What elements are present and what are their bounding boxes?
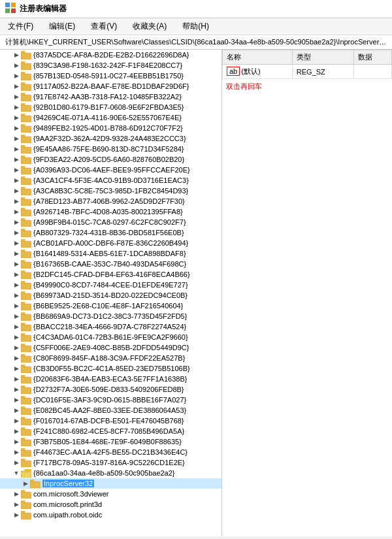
tree-toggle-icon[interactable]: ▶: [12, 291, 21, 300]
tree-toggle-icon[interactable]: ▶: [12, 259, 21, 269]
tree-toggle-icon[interactable]: ▶: [12, 280, 21, 289]
tree-toggle-icon[interactable]: ▶: [12, 343, 21, 352]
tree-toggle-icon[interactable]: ▶: [12, 186, 21, 195]
tree-item[interactable]: ▶ {A3CA1CF4-5F3E-4AC0-91B9-0D3716E1EAC3}: [0, 175, 221, 186]
tree-item[interactable]: ▶ {B49990C0-8CD7-7484-4CEE-D1EFDE49E727}: [0, 280, 221, 290]
tree-item[interactable]: ▶ {A0396A93-DC06-4AEF-BEE9-95FFCCAEF20E}: [0, 165, 221, 175]
tree-toggle-icon[interactable]: ▶: [12, 364, 21, 373]
tree-item[interactable]: ▶ {A3CA8B3C-5C8E-75C3-985D-1FB2C8454D93}: [0, 186, 221, 196]
tree-item[interactable]: ▶ {92B01D80-6179-B1F7-0608-9E6F2FBDA3E5}: [0, 102, 221, 112]
tree-item[interactable]: ▶ com.microsoft.3dviewer: [0, 489, 221, 499]
tree-toggle-icon[interactable]: ▶: [12, 71, 21, 80]
tree-item[interactable]: ▶ {837A5DCE-AF8A-B2DE-E2B2-D16622696D8A}: [0, 50, 221, 60]
tree-toggle-icon[interactable]: ▶: [12, 458, 21, 467]
tree-item[interactable]: ▶ {BB6869A9-DC73-D1C2-38C3-7735D45F2FD5}: [0, 311, 221, 321]
menu-file[interactable]: 文件(F): [5, 20, 36, 33]
tree-item[interactable]: ▶ InprocServer32: [0, 478, 221, 489]
tree-toggle-icon[interactable]: ▶: [12, 113, 21, 122]
tree-toggle-icon[interactable]: ▼: [12, 468, 21, 478]
menu-edit[interactable]: 编辑(E): [46, 20, 78, 33]
tree-toggle-icon[interactable]: ▶: [12, 218, 21, 227]
tree-toggle-icon[interactable]: ▶: [21, 479, 30, 488]
tree-item[interactable]: ▶ {839C3A98-F198-1632-242F-F1F84E208CC7}: [0, 60, 221, 71]
tree-item[interactable]: ▼ {86ca1aa0-34aa-4e8b-a509-50c905bae2a2}: [0, 468, 221, 478]
tree-item[interactable]: ▶ {F717BC78-09A5-3197-816A-9C5226CD1E2E}: [0, 457, 221, 468]
tree-toggle-icon[interactable]: ▶: [12, 395, 21, 404]
tree-item[interactable]: ▶ {C80F8699-845F-A188-3C9A-FFDF22EA527B}: [0, 353, 221, 363]
tree-item[interactable]: ▶ {F44673EC-AA1A-42F5-BE55-DC21B3436E4C}: [0, 447, 221, 457]
tree-item[interactable]: ▶ {B1641489-5314-AEB5-61E7-1DCA898BDAF8}: [0, 248, 221, 259]
tree-item[interactable]: ▶ {B69973AD-215D-3514-BD20-022EDC94CE0B}: [0, 290, 221, 301]
tree-item[interactable]: ▶ {CB3D0F55-BC2C-4C1A-85ED-23ED75B5106B}: [0, 363, 221, 374]
tree-item[interactable]: ▶ {D20683F6-3B4A-EAB3-ECA3-5E7FF1A1638B}: [0, 374, 221, 384]
tree-toggle-icon[interactable]: ▶: [12, 416, 21, 425]
svg-rect-86: [30, 482, 41, 488]
tree-toggle-icon[interactable]: ▶: [12, 50, 21, 59]
tree-toggle-icon[interactable]: ▶: [12, 322, 21, 331]
tree-toggle-icon[interactable]: ▶: [12, 427, 21, 436]
tree-toggle-icon[interactable]: ▶: [12, 82, 21, 91]
tree-toggle-icon[interactable]: ▶: [12, 228, 21, 237]
tree-item[interactable]: ▶ {AB807329-7324-431B-8B36-DBD581F56E0B}: [0, 227, 221, 238]
tree-item[interactable]: ▶ {A926714B-7BFC-4D08-A035-80021395FFA8}: [0, 206, 221, 217]
tree-toggle-icon[interactable]: ▶: [12, 134, 21, 143]
tree-item[interactable]: ▶ {A78ED123-AB77-406B-9962-2A5D9D2F7F30}: [0, 196, 221, 206]
tree-toggle-icon[interactable]: ▶: [12, 249, 21, 258]
tree-item[interactable]: ▶ {9117A052-B22A-BAAF-E78E-BD1DBAF29D6F}: [0, 81, 221, 91]
tree-item[interactable]: ▶ {C5FF006E-2AE9-408C-B85B-2DFDD5449D9C}: [0, 342, 221, 353]
tree-item[interactable]: ▶ {94269C4E-071A-4116-90E6-52E557067E4E}: [0, 112, 221, 123]
tree-item[interactable]: ▶ {ACB01AFD-A00C-DBF6-F87E-836C2260B494}: [0, 238, 221, 248]
tree-toggle-icon[interactable]: ▶: [12, 374, 21, 384]
tree-item[interactable]: ▶ {F3B75B05-1E84-468E-7E9F-6049B0F88635}: [0, 436, 221, 447]
menu-help[interactable]: 帮助(H): [180, 20, 212, 33]
tree-item[interactable]: ▶ {E082BC45-AA2F-8BE0-33EE-DE3886064A53}: [0, 405, 221, 416]
tree-toggle-icon[interactable]: ▶: [12, 333, 21, 342]
tree-toggle-icon[interactable]: ▶: [12, 353, 21, 363]
tree-toggle-icon[interactable]: ▶: [12, 123, 21, 133]
tree-item[interactable]: ▶ {9FD3EA22-A209-5CD5-6A60-828760B02B20}: [0, 154, 221, 165]
tree-toggle-icon[interactable]: ▶: [12, 301, 21, 310]
folder-icon: [30, 480, 41, 488]
tree-toggle-icon[interactable]: ▶: [12, 489, 21, 498]
tree-item[interactable]: ▶ {F0167014-67AB-DCFB-E501-FE476045B768}: [0, 416, 221, 426]
tree-panel[interactable]: ▶ {837A5DCE-AF8A-B2DE-E2B2-D16622696D8A}…: [0, 50, 222, 536]
tree-toggle-icon[interactable]: ▶: [12, 437, 21, 446]
tree-item[interactable]: ▶ com.microsoft.print3d: [0, 499, 221, 510]
tree-toggle-icon[interactable]: ▶: [12, 510, 21, 519]
tree-toggle-icon[interactable]: ▶: [12, 500, 21, 509]
svg-rect-80: [21, 450, 31, 457]
tree-toggle-icon[interactable]: ▶: [12, 155, 21, 164]
tree-item[interactable]: ▶ com.uipath.robot.oidc: [0, 510, 221, 520]
tree-item[interactable]: ▶ {B2DFC145-CFAD-DFB4-EF63-416F8ECA4B66}: [0, 269, 221, 280]
tree-toggle-icon[interactable]: ▶: [12, 270, 21, 279]
menu-favorites[interactable]: 收藏夹(A): [130, 20, 169, 33]
tree-toggle-icon[interactable]: ▶: [12, 92, 21, 101]
tree-toggle-icon[interactable]: ▶: [12, 197, 21, 206]
tree-toggle-icon[interactable]: ▶: [12, 61, 21, 70]
tree-item[interactable]: ▶ {B6BE9525-2E68-C10E-4E8F-1AF216540604}: [0, 301, 221, 311]
tree-toggle-icon[interactable]: ▶: [12, 312, 21, 321]
table-row[interactable]: ab(默认)REG_SZ: [223, 65, 392, 79]
tree-item[interactable]: ▶ {D2732F7A-30E6-509E-D833-5409206FED8B}: [0, 384, 221, 395]
tree-toggle-icon[interactable]: ▶: [12, 238, 21, 248]
tree-item[interactable]: ▶ {BBACC218-34EA-4666-9D7A-C78F2274A524}: [0, 321, 221, 332]
tree-item[interactable]: ▶ {DC016F5E-3AF3-9C9D-0615-8BBE16F7A027}: [0, 395, 221, 405]
tree-item[interactable]: ▶ {9AA2F32D-362A-42D9-9328-24A483E2CCC3}: [0, 133, 221, 144]
tree-item[interactable]: ▶ {9489FEB2-1925-4D01-B788-6D912C70F7F2}: [0, 123, 221, 133]
tree-item[interactable]: ▶ {F241C880-6982-4CE5-8CF7-7085B496DA5A}: [0, 426, 221, 436]
tree-item[interactable]: ▶ {9E45AA86-75FE-B690-813D-8C71D34F5284}: [0, 144, 221, 154]
tree-toggle-icon[interactable]: ▶: [12, 385, 21, 394]
tree-toggle-icon[interactable]: ▶: [12, 176, 21, 185]
tree-toggle-icon[interactable]: ▶: [12, 144, 21, 154]
tree-item[interactable]: ▶ {B167365B-CAAE-353C-7B40-493DA54F698C}: [0, 259, 221, 269]
tree-toggle-icon[interactable]: ▶: [12, 165, 21, 174]
tree-item[interactable]: ▶ {C4C3ADA6-01C4-72B3-B61E-9FE9CA2F9660}: [0, 332, 221, 342]
tree-toggle-icon[interactable]: ▶: [12, 406, 21, 415]
menu-view[interactable]: 查看(V): [88, 20, 120, 33]
tree-item[interactable]: ▶ {917E8742-AA3B-7318-FA12-10485FB322A2}: [0, 91, 221, 102]
tree-item[interactable]: ▶ {A99BF9B4-015C-7CA8-0297-6C2FC8C902F7}: [0, 217, 221, 227]
tree-item[interactable]: ▶ {857B13ED-0548-5911-0C27-4EEBB51B1750}: [0, 71, 221, 81]
tree-toggle-icon[interactable]: ▶: [12, 207, 21, 216]
tree-toggle-icon[interactable]: ▶: [12, 103, 21, 112]
tree-toggle-icon[interactable]: ▶: [12, 448, 21, 457]
